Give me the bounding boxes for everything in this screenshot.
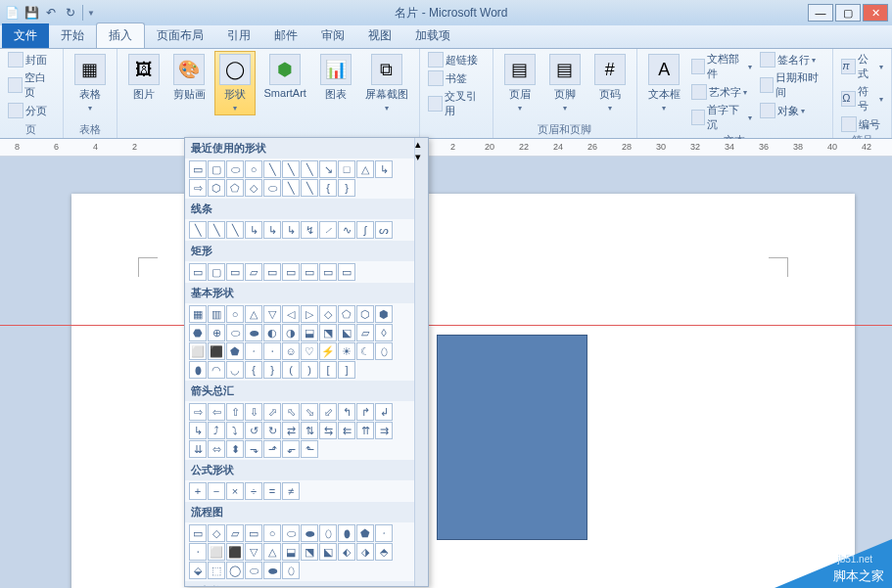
shape-item[interactable]: ⬬: [301, 524, 318, 542]
shape-item[interactable]: ⬯: [319, 524, 337, 542]
rectangle-shape[interactable]: [437, 335, 587, 540]
shape-item[interactable]: ⇧: [226, 403, 244, 421]
smartart-button[interactable]: ⬢SmartArt: [259, 51, 311, 102]
picture-button[interactable]: 🖼图片: [123, 51, 164, 105]
tab-view[interactable]: 视图: [356, 23, 403, 48]
shape-item[interactable]: ▽: [245, 543, 262, 561]
shape-item[interactable]: ⬏: [263, 440, 281, 458]
shape-item[interactable]: ⬑: [301, 440, 318, 458]
shape-item[interactable]: ⤵: [226, 422, 244, 439]
shape-item[interactable]: ᔕ: [375, 221, 393, 239]
shape-item[interactable]: ▭: [282, 263, 300, 281]
scrollbar[interactable]: ▴▾: [414, 138, 428, 587]
shape-item[interactable]: ╲: [282, 179, 300, 197]
shape-item[interactable]: ⬯: [282, 562, 300, 579]
shape-item[interactable]: ⇦: [208, 403, 225, 421]
shape-item[interactable]: ÷: [245, 482, 262, 500]
shape-item[interactable]: ◑: [282, 324, 300, 341]
shape-item[interactable]: ⬀: [263, 403, 281, 421]
shape-item[interactable]: ⬖: [338, 543, 355, 561]
shape-item[interactable]: ▭: [189, 160, 207, 178]
shape-item[interactable]: }: [338, 179, 355, 197]
shape-item[interactable]: ╲: [208, 221, 225, 239]
shape-item[interactable]: ▢: [208, 263, 225, 281]
shape-item[interactable]: ⬯: [375, 342, 393, 360]
shape-item[interactable]: ⬜: [189, 342, 207, 360]
shape-item[interactable]: ⬞: [375, 524, 393, 542]
shape-item[interactable]: ⬢: [375, 305, 393, 323]
hyperlink-button[interactable]: 超链接: [426, 51, 487, 68]
shape-item[interactable]: ⤴: [208, 422, 225, 439]
shape-item[interactable]: ⬔: [301, 543, 318, 561]
shape-item[interactable]: ∫: [356, 221, 374, 239]
shape-item[interactable]: ↳: [375, 160, 393, 178]
shape-item[interactable]: ⇅: [301, 422, 318, 439]
shape-item[interactable]: =: [263, 482, 281, 500]
shape-item[interactable]: ▭: [301, 263, 318, 281]
shape-item[interactable]: ▥: [208, 305, 225, 323]
shape-item[interactable]: [: [319, 361, 337, 379]
shape-item[interactable]: −: [208, 482, 225, 500]
qat-dropdown-icon[interactable]: ▼: [87, 9, 95, 18]
shape-item[interactable]: ⬭: [226, 160, 244, 178]
shape-item[interactable]: {: [245, 361, 262, 379]
docparts-button[interactable]: 文档部件▾: [689, 51, 754, 82]
undo-icon[interactable]: ↶: [43, 5, 59, 21]
footer-button[interactable]: ▤页脚▾: [544, 51, 586, 115]
shape-item[interactable]: ◊: [375, 324, 393, 341]
shape-item[interactable]: ⬂: [301, 403, 318, 421]
tab-home[interactable]: 开始: [49, 23, 96, 48]
shape-item[interactable]: ⬠: [226, 179, 244, 197]
shape-item[interactable]: (: [282, 361, 300, 379]
shape-item[interactable]: □: [338, 160, 355, 178]
shape-item[interactable]: ◐: [263, 324, 281, 341]
textbox-button[interactable]: A文本框▾: [643, 51, 685, 115]
bookmark-button[interactable]: 书签: [426, 69, 487, 87]
shape-item[interactable]: ↳: [282, 221, 300, 239]
pagenum-button[interactable]: #页码▾: [589, 51, 631, 115]
shape-item[interactable]: ⬣: [189, 324, 207, 341]
object-button[interactable]: 对象▾: [758, 102, 826, 119]
tab-file[interactable]: 文件: [2, 23, 49, 48]
shape-item[interactable]: ⬄: [208, 440, 225, 458]
shape-item[interactable]: ▽: [263, 305, 281, 323]
shape-item[interactable]: ⬛: [226, 543, 244, 561]
shape-item[interactable]: ⇈: [356, 422, 374, 439]
number-button[interactable]: 编号: [839, 115, 885, 133]
shape-item[interactable]: ⬭: [263, 179, 281, 197]
shape-item[interactable]: ]: [338, 361, 355, 379]
shape-item[interactable]: ☾: [356, 342, 374, 360]
shape-item[interactable]: ⬎: [245, 440, 262, 458]
wordart-button[interactable]: 艺术字▾: [689, 83, 754, 101]
shape-item[interactable]: ↯: [301, 221, 318, 239]
crossref-button[interactable]: 交叉引用: [426, 88, 487, 119]
shape-item[interactable]: }: [263, 361, 281, 379]
shape-item[interactable]: ▱: [245, 263, 262, 281]
shape-item[interactable]: ▱: [226, 524, 244, 542]
shape-item[interactable]: ⬞: [245, 342, 262, 360]
shape-item[interactable]: ⬠: [338, 305, 355, 323]
shape-item[interactable]: ╲: [263, 160, 281, 178]
tab-mailings[interactable]: 邮件: [262, 23, 309, 48]
shape-item[interactable]: ◇: [245, 179, 262, 197]
shape-item[interactable]: ╲: [301, 160, 318, 178]
shape-item[interactable]: ▭: [226, 263, 244, 281]
cover-page-button[interactable]: 封面: [6, 51, 57, 68]
shape-item[interactable]: ⟋: [319, 221, 337, 239]
shape-item[interactable]: ╲: [226, 221, 244, 239]
tab-references[interactable]: 引用: [215, 23, 262, 48]
shape-item[interactable]: ⬝: [189, 543, 207, 561]
shape-item[interactable]: +: [189, 482, 207, 500]
shape-item[interactable]: ⬝: [263, 342, 281, 360]
shape-item[interactable]: ⇊: [189, 440, 207, 458]
shape-item[interactable]: ⬗: [356, 543, 374, 561]
shape-item[interactable]: ⬭: [282, 524, 300, 542]
shape-item[interactable]: ◯: [226, 562, 244, 579]
table-button[interactable]: ▦表格▾: [70, 51, 111, 115]
shape-item[interactable]: ▭: [319, 263, 337, 281]
shape-item[interactable]: ⬚: [208, 562, 225, 579]
shape-item[interactable]: ▷: [301, 305, 318, 323]
shape-item[interactable]: ⬭: [226, 324, 244, 341]
shape-item[interactable]: ☀: [338, 342, 355, 360]
page-break-button[interactable]: 分页: [6, 102, 57, 119]
